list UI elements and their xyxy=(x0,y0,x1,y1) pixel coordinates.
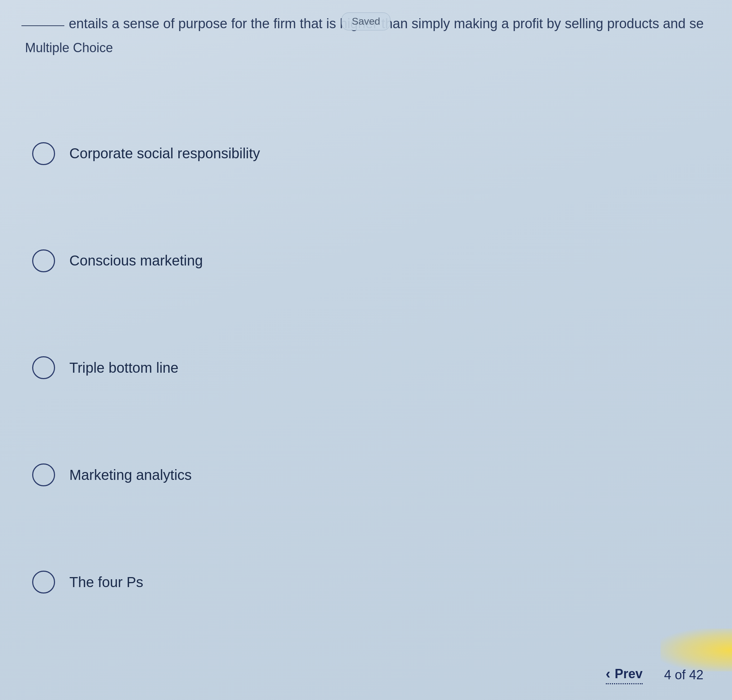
radio-button-2[interactable] xyxy=(32,249,55,272)
radio-button-3[interactable] xyxy=(32,356,55,379)
choice-label-3: Triple bottom line xyxy=(69,360,178,376)
question-type-label: Multiple Choice xyxy=(21,40,711,55)
choice-item-3[interactable]: Triple bottom line xyxy=(21,315,711,422)
page-count: 4 of 42 xyxy=(664,668,703,682)
radio-button-4[interactable] xyxy=(32,463,55,486)
decorative-line xyxy=(21,25,64,26)
saved-badge: Saved xyxy=(341,13,390,30)
choice-label-2: Conscious marketing xyxy=(69,253,203,269)
choice-item-4[interactable]: Marketing analytics xyxy=(21,421,711,528)
prev-label: Prev xyxy=(615,666,643,681)
question-header: entails a sense of purpose for the firm … xyxy=(0,0,732,66)
choices-area: Corporate social responsibility Consciou… xyxy=(0,93,732,643)
bottom-nav: ‹ Prev 4 of 42 xyxy=(0,650,732,700)
radio-button-1[interactable] xyxy=(32,142,55,165)
page-wrapper: entails a sense of purpose for the firm … xyxy=(0,0,732,700)
chevron-left-icon: ‹ xyxy=(606,666,610,682)
choice-item-1[interactable]: Corporate social responsibility xyxy=(21,100,711,207)
prev-button[interactable]: ‹ Prev xyxy=(606,666,643,684)
choice-label-4: Marketing analytics xyxy=(69,467,191,483)
choice-item-5[interactable]: The four Ps xyxy=(21,528,711,636)
radio-button-5[interactable] xyxy=(32,571,55,594)
choice-label-1: Corporate social responsibility xyxy=(69,146,260,162)
choice-label-5: The four Ps xyxy=(69,574,143,590)
choice-item-2[interactable]: Conscious marketing xyxy=(21,207,711,315)
